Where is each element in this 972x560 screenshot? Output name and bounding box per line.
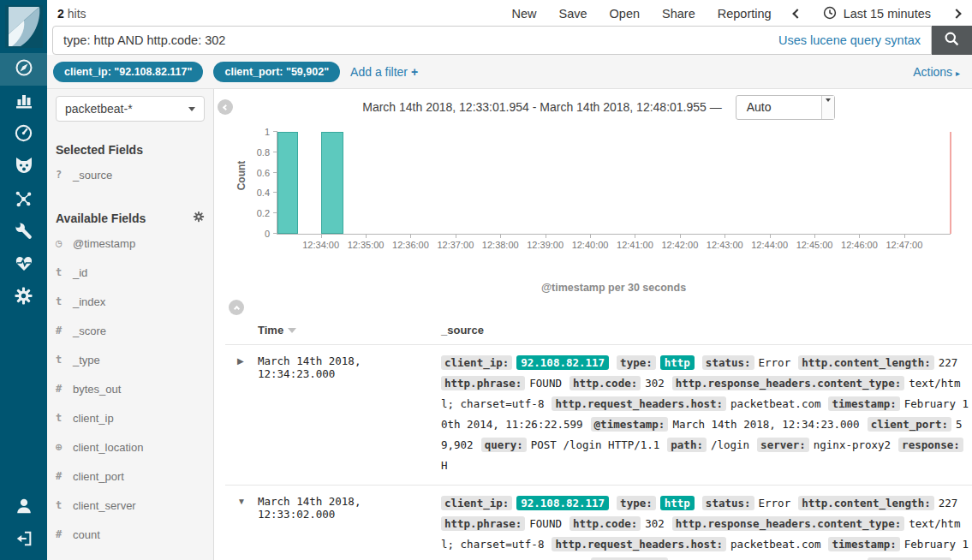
nav-graph[interactable]: [0, 183, 47, 216]
sort-desc-icon: [288, 328, 296, 333]
menu-reporting[interactable]: Reporting: [718, 7, 772, 21]
collapse-chart-button[interactable]: [229, 300, 244, 315]
field-name: @timestamp: [73, 237, 135, 250]
nav-account[interactable]: [0, 491, 47, 524]
y-tick-label: 0.2: [257, 208, 270, 218]
top-bar: 2hits NewSaveOpenShareReporting Last 15 …: [47, 0, 972, 26]
time-column-header[interactable]: Time: [258, 324, 441, 337]
field-key-badge: type:: [617, 355, 656, 370]
chevron-left-icon: [222, 104, 228, 110]
nav-dev-tools[interactable]: [0, 216, 47, 248]
hits-count: 2hits: [57, 7, 86, 21]
nav-logout[interactable]: [0, 524, 47, 557]
field-name: _index: [73, 295, 105, 308]
field-item-client_server[interactable]: tclient_server: [56, 491, 205, 520]
nav-visualize[interactable]: [0, 86, 47, 118]
filter-pill[interactable]: client_ip: "92.108.82.117": [53, 62, 203, 82]
nav-monitoring[interactable]: [0, 248, 47, 281]
filter-pill[interactable]: client_port: "59,902": [213, 62, 340, 82]
lucene-syntax-link[interactable]: Uses lucene query syntax: [778, 33, 921, 47]
field-key-badge: timestamp:: [828, 396, 899, 411]
triangle-right-icon: ▸: [956, 69, 960, 78]
histogram-chart: Count 10.80.60.40.2012:34:0012:35:0012:3…: [225, 125, 951, 255]
field-key-badge: http.response_headers.content_type:: [672, 516, 904, 531]
x-tick-label: 12:38:00: [482, 240, 519, 250]
search-input[interactable]: [63, 33, 768, 47]
documents-table: Time _source ▶ March 14th 2018, 12:34:23…: [225, 317, 972, 560]
nav-discover[interactable]: [0, 53, 47, 86]
x-tick-label: 12:36:00: [392, 240, 429, 250]
x-tick: [680, 234, 681, 238]
menu-save[interactable]: Save: [559, 7, 587, 21]
compass-icon: [14, 57, 34, 81]
search-button[interactable]: [932, 26, 972, 55]
clock-gauge-icon: [14, 123, 33, 146]
interval-select[interactable]: Auto: [736, 95, 835, 120]
histogram-bar[interactable]: [277, 132, 298, 234]
x-tick-label: 12:35:00: [348, 240, 385, 250]
x-tick: [500, 234, 501, 238]
x-tick: [814, 234, 815, 238]
kibana-logo[interactable]: [0, 0, 47, 53]
field-name: _type: [73, 354, 100, 366]
field-name: client_ip: [73, 412, 114, 425]
x-tick-label: 12:45:00: [796, 240, 833, 250]
field-name: bytes_out: [73, 383, 121, 396]
collapse-chart-row: [229, 300, 972, 315]
collapse-sidebar-button[interactable]: [218, 99, 233, 115]
menu-share[interactable]: Share: [662, 7, 695, 21]
field-value: packetbeat.com: [730, 538, 820, 551]
menu-new[interactable]: New: [511, 7, 536, 21]
interval-value: Auto: [736, 100, 821, 114]
field-key-badge: http.content_length:: [798, 355, 934, 370]
x-tick: [770, 234, 771, 238]
add-filter-button[interactable]: Add a filter +: [350, 65, 418, 79]
field-item-_id[interactable]: t_id: [56, 258, 205, 287]
field-item-_type[interactable]: t_type: [56, 345, 205, 374]
highlighted-value: http: [660, 496, 695, 510]
expand-row-arrow-icon[interactable]: ▶: [237, 353, 258, 366]
field-key-badge: http.content_length:: [798, 496, 934, 510]
field-value: FOUND: [529, 517, 562, 530]
index-pattern-selector[interactable]: packetbeat-*: [56, 96, 205, 122]
field-key-badge: client_port:: [868, 417, 951, 432]
field-value: Error: [759, 356, 791, 369]
x-tick: [456, 234, 456, 238]
interval-dropdown-button[interactable]: [821, 96, 834, 119]
field-item-bytes_out[interactable]: #bytes_out: [56, 374, 205, 403]
field-item-client_location[interactable]: ⊕client_location: [56, 432, 205, 462]
field-item-_source[interactable]: ?_source: [56, 160, 205, 189]
gear-icon: [14, 286, 33, 309]
x-tick: [546, 234, 546, 238]
collapse-row-arrow-icon[interactable]: ▼: [237, 493, 258, 506]
nav-ml[interactable]: [0, 151, 47, 183]
histogram-bar[interactable]: [321, 132, 343, 234]
x-tick-label: 12:39:00: [527, 240, 564, 250]
field-key-badge: http.request_headers.host:: [552, 396, 726, 411]
now-marker-line: [950, 132, 951, 234]
field-settings-gear-icon[interactable]: [193, 211, 205, 225]
caret-down-icon: [826, 98, 831, 102]
field-item-count[interactable]: #count: [56, 520, 205, 549]
nav-dashboard[interactable]: [0, 118, 47, 151]
x-tick: [366, 234, 367, 238]
field-item-client_port[interactable]: #client_port: [56, 462, 205, 491]
nav-management[interactable]: [0, 281, 47, 313]
field-item-@timestamp[interactable]: ◷@timestamp: [56, 229, 205, 258]
time-range-picker[interactable]: Last 15 minutes: [823, 6, 931, 22]
time-back-chevron-icon[interactable]: [792, 9, 802, 18]
field-key-badge: client_ip:: [441, 355, 512, 370]
field-item-_score[interactable]: #_score: [56, 316, 205, 345]
row-time: March 14th 2018, 12:34:23.000: [258, 353, 441, 380]
time-forward-chevron-icon[interactable]: [951, 9, 961, 18]
field-type-icon: #: [56, 325, 73, 337]
field-key-badge: response:: [898, 438, 963, 452]
plot-area[interactable]: 10.80.60.40.2012:34:0012:35:0012:36:0012…: [277, 132, 951, 235]
actions-menu[interactable]: Actions ▸: [913, 65, 960, 79]
heartbeat-icon: [14, 253, 34, 276]
field-item-client_ip[interactable]: tclient_ip: [56, 403, 205, 432]
field-name: _source: [73, 169, 112, 182]
menu-open[interactable]: Open: [610, 7, 640, 21]
field-item-_index[interactable]: t_index: [56, 287, 205, 316]
field-key-badge: client_ip:: [441, 496, 512, 510]
